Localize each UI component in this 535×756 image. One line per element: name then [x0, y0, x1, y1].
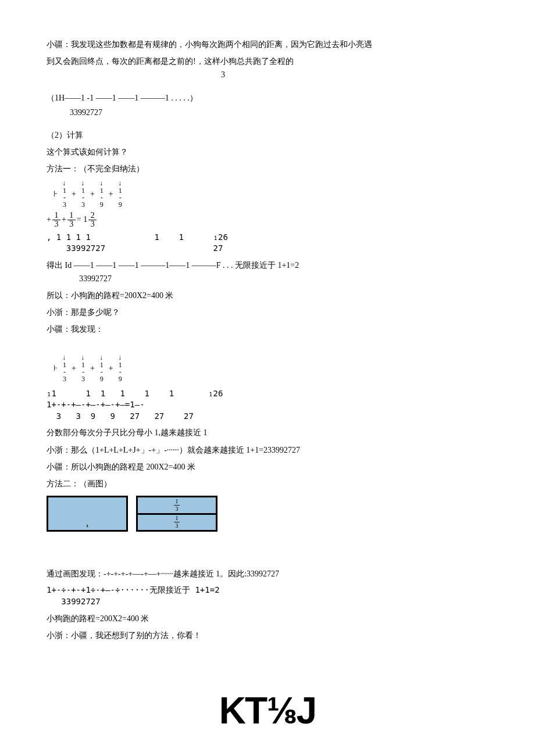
equation: + 13 + 13 = 1 23 — [47, 212, 488, 228]
paragraph: 这个算式该如何计算？ — [47, 145, 488, 159]
diagram-cell: 13 — [138, 497, 216, 513]
paragraph: 得出 Id ――1 ――1 ――1 ―――1――1 ―――F . . . 无限接… — [47, 258, 488, 273]
dialogue: 小疆：我发现： — [47, 322, 488, 336]
fraction-row: ⊦ →1-3 + →1-3 + →1-9 + →1-9 — [54, 354, 488, 382]
paragraph: 通过画图发现：-+-+-+-+―-+―+······越来越接近 1。因此:339… — [47, 567, 488, 581]
under-number: 3 — [221, 67, 488, 82]
fraction-row: ⊦ →1-3 + →1-3 + →1-9 + →1-9 — [54, 180, 488, 208]
dialogue: 小浙：那是多少呢？ — [47, 305, 488, 320]
dialogue: 小疆：所以小狗跑的路程是 200X2=400 米 — [47, 460, 488, 474]
paragraph: 小疆：我发现这些加数都是有规律的，小狗每次跑两个相同的距离，因为它跑过去和小亮遇 — [47, 37, 488, 52]
method-label: 方法二：（画图） — [47, 476, 488, 491]
mono-block: ₁1 1 1 1 1 1 ₁26 1+-+-+―-+―-+―-+―=1―- 3 … — [47, 388, 488, 422]
step-label: （2）计算 — [47, 128, 488, 142]
dialogue: 小浙：小疆，我还想到了别的方法，你看！ — [47, 628, 488, 643]
footer-logo: KT⅛J — [47, 678, 488, 744]
method-label: 方法一：（不完全归纳法） — [47, 162, 488, 176]
expression-denom: 33992727 — [79, 271, 488, 286]
paragraph: 到又会跑回终点，每次的距离都是之前的!，这样小狗总共跑了全程的 — [47, 54, 488, 69]
diagram-box-whole: ₁ — [47, 496, 128, 532]
mono-block: , 1 1 1 1 1 1 ₁26 33992727 27 — [47, 232, 488, 255]
expression-denom: 33992727 — [70, 105, 488, 120]
dialogue: 小浙：那么（1+L+L+L+J+」-+」-······）就会越来越接近 1+1=… — [47, 443, 488, 457]
paragraph: 所以：小狗跑的路程=200X2=400 米 — [47, 288, 488, 303]
diagram-box-split: 13 13 — [136, 496, 217, 532]
mono-block: 1+-÷-+-+1÷-+―-÷······无限接近于 1+1=2 3399272… — [47, 585, 488, 607]
diagram: ₁ 13 13 — [47, 496, 488, 532]
paragraph: 分数部分每次分子只比分母小 1,越来越接近 1 — [47, 425, 488, 440]
paragraph: 小狗跑的路程=200X2=400 米 — [47, 611, 488, 626]
diagram-cell: 13 — [138, 513, 216, 531]
expression: （1H――1 -1 ――1 ――1 ―――1 . . . . .） — [47, 91, 488, 105]
